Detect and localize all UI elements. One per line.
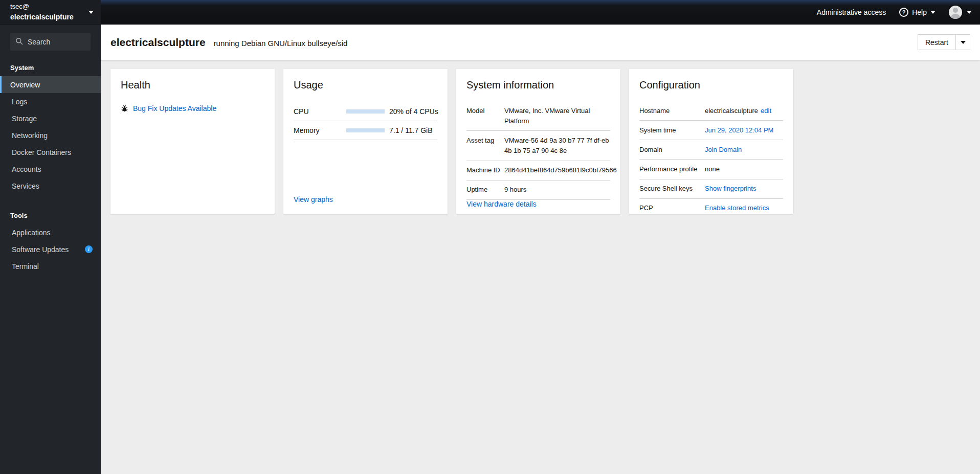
usage-row-cpu: CPU 20% of 4 CPUs — [294, 102, 437, 121]
os-subtitle: running Debian GNU/Linux bullseye/sid — [214, 39, 348, 48]
asset-tag-label: Asset tag — [466, 137, 504, 144]
domain-value: Join Domain — [705, 145, 783, 155]
system-time-link[interactable]: Jun 29, 2020 12:04 PM — [705, 126, 773, 134]
pcp-value: Enable stored metrics — [705, 203, 783, 213]
cpu-label: CPU — [294, 107, 346, 116]
user-menu[interactable] — [949, 6, 972, 19]
uptime-value: 9 hours — [504, 185, 610, 195]
sidebar-nav: System Overview Logs Storage Networking … — [0, 54, 101, 474]
hostname-label: Hostname — [639, 107, 705, 115]
chevron-down-icon — [930, 11, 936, 14]
sidebar-item-label: Storage — [12, 115, 37, 123]
domain-label: Domain — [639, 146, 705, 153]
edit-hostname-link[interactable]: edit — [761, 107, 771, 115]
chevron-down-icon — [961, 41, 966, 44]
memory-usage-value: 7.1 / 11.7 GiB — [389, 126, 433, 134]
page-header: electricalsculpture running Debian GNU/L… — [101, 25, 980, 60]
nav-section-tools: Tools — [0, 194, 101, 224]
table-row: Machine ID 2864d41bef864d759b681f9c0bf79… — [466, 161, 610, 180]
help-icon: ? — [899, 8, 908, 17]
sidebar-item-label: Services — [12, 182, 39, 190]
sidebar-item-applications[interactable]: Applications — [0, 224, 101, 241]
sidebar: tsec@ electricalsculpture System Overvie… — [0, 0, 101, 474]
pcp-label: PCP — [639, 204, 705, 212]
cpu-progress-bar — [346, 109, 385, 114]
cards-row: Health Bug Fix Updates Available — [110, 69, 970, 214]
sidebar-item-logs[interactable]: Logs — [0, 93, 101, 110]
table-row: Asset tag VMware-56 4d 9a 30 b7 77 7f df… — [466, 131, 610, 161]
sidebar-item-docker-containers[interactable]: Docker Containers — [0, 144, 101, 161]
uptime-label: Uptime — [466, 186, 504, 193]
sidebar-item-label: Software Updates — [12, 245, 69, 254]
administrative-access-button[interactable]: Administrative access — [817, 8, 886, 16]
chevron-down-icon — [88, 11, 94, 14]
sidebar-search — [0, 25, 101, 54]
restart-button[interactable]: Restart — [918, 35, 955, 50]
health-updates-item: Bug Fix Updates Available — [121, 104, 264, 112]
health-card-title: Health — [121, 79, 264, 91]
hostname-value: electricalsculptureedit — [705, 106, 783, 116]
sidebar-item-storage[interactable]: Storage — [0, 110, 101, 127]
restart-split-button: Restart — [918, 34, 970, 50]
help-menu[interactable]: ? Help — [899, 8, 936, 17]
sidebar-item-accounts[interactable]: Accounts — [0, 161, 101, 177]
system-time-label: System time — [639, 126, 705, 134]
system-information-card: System information Model VMware, Inc. VM… — [456, 69, 620, 214]
hostname-text: electricalsculpture — [705, 107, 758, 115]
sidebar-item-services[interactable]: Services — [0, 177, 101, 194]
system-information-table: Model VMware, Inc. VMware Virtual Platfo… — [466, 101, 610, 200]
secure-shell-keys-value: Show fingerprints — [705, 184, 783, 194]
restart-dropdown-toggle[interactable] — [955, 35, 970, 50]
current-host: electricalsculpture — [10, 12, 74, 22]
search-box[interactable] — [10, 33, 91, 51]
configuration-card: Configuration Hostname electricalsculptu… — [629, 69, 793, 214]
view-hardware-details-link[interactable]: View hardware details — [466, 200, 610, 208]
sidebar-item-label: Docker Containers — [12, 148, 71, 156]
performance-profile-value: none — [705, 164, 783, 174]
content-body: Health Bug Fix Updates Available — [101, 60, 980, 474]
page-title-group: electricalsculpture running Debian GNU/L… — [110, 36, 347, 49]
sidebar-item-terminal[interactable]: Terminal — [0, 258, 101, 275]
host-switcher-labels: tsec@ electricalsculpture — [10, 2, 74, 22]
usage-table: CPU 20% of 4 CPUs Memory 7.1 / 11.7 Gi — [294, 102, 437, 140]
usage-card: Usage CPU 20% of 4 CPUs Memory — [283, 69, 448, 214]
avatar — [949, 6, 962, 19]
system-time-value: Jun 29, 2020 12:04 PM — [705, 125, 783, 136]
table-row: Uptime 9 hours — [466, 180, 610, 200]
memory-progress-bar — [346, 128, 385, 132]
sidebar-item-label: Terminal — [12, 262, 39, 270]
sidebar-item-networking[interactable]: Networking — [0, 127, 101, 144]
model-label: Model — [466, 107, 504, 115]
page-title: electricalsculpture — [110, 36, 206, 49]
health-card: Health Bug Fix Updates Available — [110, 69, 275, 214]
configuration-title: Configuration — [639, 79, 783, 91]
nav-section-system: System — [0, 55, 101, 76]
table-row: Model VMware, Inc. VMware Virtual Platfo… — [466, 101, 610, 131]
table-row: Secure Shell keys Show fingerprints — [639, 179, 783, 199]
machine-id-value: 2864d41bef864d759b681f9c0bf79566 — [504, 165, 617, 175]
performance-profile-label: Performance profile — [639, 165, 705, 173]
chevron-down-icon — [967, 11, 972, 14]
bug-fix-updates-link[interactable]: Bug Fix Updates Available — [133, 104, 216, 112]
configuration-table: Hostname electricalsculptureedit System … — [639, 101, 783, 218]
memory-label: Memory — [294, 126, 346, 134]
secure-shell-keys-label: Secure Shell keys — [639, 185, 705, 192]
table-row: PCP Enable stored metrics — [639, 199, 783, 218]
enable-stored-metrics-link[interactable]: Enable stored metrics — [705, 204, 769, 212]
sidebar-item-label: Applications — [12, 229, 51, 237]
table-row: Domain Join Domain — [639, 140, 783, 160]
host-switcher[interactable]: tsec@ electricalsculpture — [0, 0, 101, 25]
system-information-title: System information — [466, 79, 610, 91]
sidebar-item-software-updates[interactable]: Software Updates i — [0, 241, 101, 258]
show-fingerprints-link[interactable]: Show fingerprints — [705, 185, 756, 192]
sidebar-item-label: Overview — [10, 81, 40, 89]
join-domain-link[interactable]: Join Domain — [705, 146, 742, 153]
app-shell: tsec@ electricalsculpture System Overvie… — [0, 0, 980, 474]
view-graphs-link[interactable]: View graphs — [294, 195, 437, 204]
table-row: Hostname electricalsculptureedit — [639, 101, 783, 121]
sidebar-item-overview[interactable]: Overview — [0, 76, 101, 93]
main-area: Administrative access ? Help electricals… — [101, 0, 980, 474]
table-row: System time Jun 29, 2020 12:04 PM — [639, 121, 783, 140]
search-icon — [15, 37, 24, 46]
sidebar-item-label: Logs — [12, 98, 27, 106]
